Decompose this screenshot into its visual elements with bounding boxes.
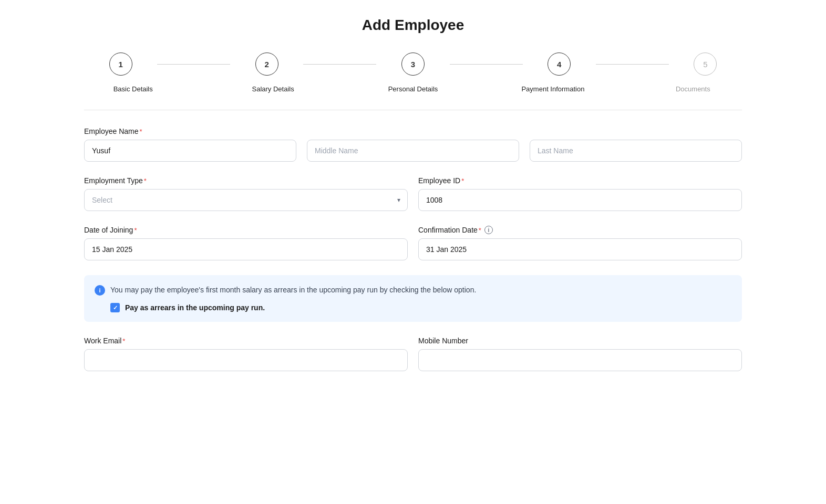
employment-type-select-wrapper: Select ▾ — [84, 189, 408, 211]
first-name-input[interactable] — [84, 140, 296, 162]
first-name-field-col — [84, 140, 296, 162]
employment-type-select[interactable]: Select — [84, 189, 408, 211]
step-connector-2-3 — [303, 64, 376, 65]
step-3-label: Personal Details — [388, 85, 438, 93]
mobile-number-input[interactable] — [418, 349, 742, 371]
employee-id-col: Employee ID* — [418, 176, 742, 211]
step-5-label: Documents — [676, 85, 710, 93]
info-message-text: You may pay the employee's first month s… — [110, 285, 476, 296]
contact-row: Work Email* Mobile Number — [84, 337, 742, 371]
step-4-circle[interactable]: 4 — [548, 52, 571, 76]
confirmation-date-label: Confirmation Date* i — [418, 226, 742, 234]
arrears-checkbox-row: ✓ Pay as arrears in the upcoming pay run… — [110, 303, 731, 312]
step-3-circle[interactable]: 3 — [401, 52, 425, 76]
checkbox-check-icon: ✓ — [113, 304, 118, 311]
section-divider — [84, 110, 742, 110]
work-email-input[interactable] — [84, 349, 408, 371]
info-box-header: i You may pay the employee's first month… — [95, 285, 731, 296]
confirmation-date-input[interactable] — [418, 238, 742, 260]
work-email-col: Work Email* — [84, 337, 408, 371]
confirmation-date-col: Confirmation Date* i — [418, 226, 742, 260]
employee-name-label: Employee Name* — [84, 127, 742, 135]
required-star-confirmation: * — [479, 226, 481, 234]
step-1-label: Basic Details — [113, 85, 153, 93]
page-title: Add Employee — [84, 17, 742, 34]
date-of-joining-col: Date of Joining* — [84, 226, 408, 260]
dates-row: Date of Joining* Confirmation Date* i — [84, 226, 742, 260]
mobile-number-col: Mobile Number — [418, 337, 742, 371]
middle-name-field-col — [307, 140, 519, 162]
step-4-label: Payment Information — [521, 85, 584, 93]
step-connector-1-2 — [157, 64, 230, 65]
arrears-checkbox-label: Pay as arrears in the upcoming pay run. — [125, 303, 265, 312]
employee-name-group: Employee Name* — [84, 127, 742, 162]
middle-name-input[interactable] — [307, 140, 519, 162]
employee-id-input[interactable] — [418, 189, 742, 211]
step-2-circle[interactable]: 2 — [255, 52, 278, 76]
employment-id-row: Employment Type* Select ▾ Employee ID* — [84, 176, 742, 211]
required-star-joining: * — [134, 226, 137, 234]
last-name-input[interactable] — [530, 140, 742, 162]
stepper: 1 2 3 — [84, 52, 742, 93]
last-name-field-col — [530, 140, 742, 162]
step-2-label: Salary Details — [252, 85, 294, 93]
date-of-joining-label: Date of Joining* — [84, 226, 408, 234]
step-connector-3-4 — [450, 64, 523, 65]
required-star-name: * — [140, 128, 142, 135]
arrears-info-box: i You may pay the employee's first month… — [84, 275, 742, 322]
arrears-checkbox[interactable]: ✓ — [110, 303, 120, 312]
step-1-circle[interactable]: 1 — [109, 52, 132, 76]
confirmation-date-info-icon[interactable]: i — [484, 226, 493, 234]
step-5-circle[interactable]: 5 — [694, 52, 717, 76]
required-star-id: * — [461, 177, 464, 185]
required-star-employment: * — [144, 177, 147, 185]
employment-type-label: Employment Type* — [84, 176, 408, 185]
mobile-number-label: Mobile Number — [418, 337, 742, 345]
employee-id-label: Employee ID* — [418, 176, 742, 185]
required-star-email: * — [122, 337, 125, 345]
employee-form: Employee Name* Employment Type* — [84, 127, 742, 398]
employment-type-col: Employment Type* Select ▾ — [84, 176, 408, 211]
step-connector-4-5 — [596, 64, 669, 65]
work-email-label: Work Email* — [84, 337, 408, 345]
info-icon: i — [95, 285, 105, 296]
date-of-joining-input[interactable] — [84, 238, 408, 260]
